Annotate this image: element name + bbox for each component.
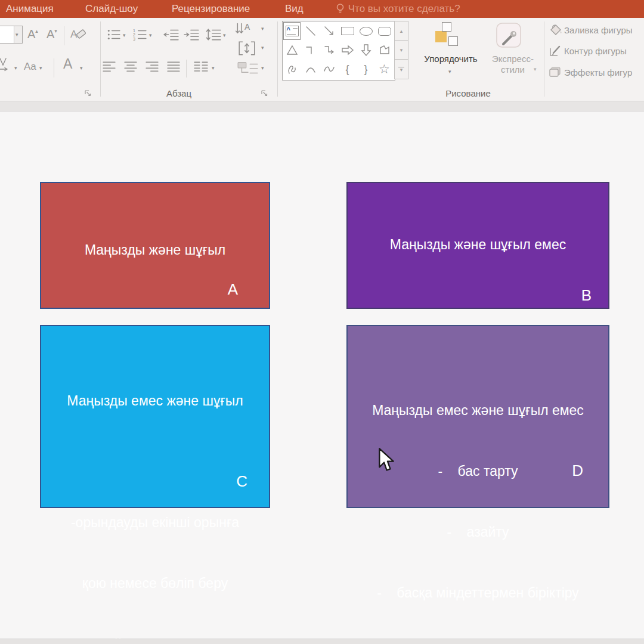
box-c-letter: C [236, 473, 247, 489]
shape-effects-button[interactable]: Эффекты фигур [564, 67, 632, 78]
shape-left-brace[interactable]: { [338, 60, 357, 79]
align-text-dropdown-icon[interactable]: ▾ [261, 45, 264, 51]
grow-font-button[interactable]: A▴ [27, 27, 38, 41]
box-d-letter: D [572, 463, 583, 478]
convert-to-smartart-button[interactable] [237, 60, 259, 77]
shape-effects-icon [548, 66, 562, 79]
font-size-combo[interactable]: ▾ [0, 26, 23, 44]
tab-view[interactable]: Вид [285, 0, 304, 18]
mouse-cursor [377, 448, 396, 474]
paint-bucket-icon [549, 23, 562, 36]
tab-review[interactable]: Рецензирование [172, 0, 250, 18]
box-d-bullet3: - басқа міндеттермен біріктіру [348, 583, 608, 603]
align-center-button[interactable] [124, 61, 137, 73]
shape-outline-button[interactable]: Контур фигуры [564, 46, 627, 56]
tell-me-box[interactable]: Что вы хотите сделать? [335, 0, 460, 18]
font-size-dropdown-icon[interactable]: ▾ [14, 26, 22, 43]
text-direction-dropdown-icon[interactable]: ▾ [261, 26, 264, 32]
line-icon [305, 25, 317, 37]
scribble-icon [286, 63, 298, 75]
numbering-dropdown-icon[interactable]: ▾ [149, 33, 152, 38]
convert-to-smartart-dropdown-icon[interactable]: ▾ [261, 66, 264, 71]
text-direction-button[interactable]: A [234, 21, 255, 38]
elbow-arrow-connector-icon [323, 44, 335, 56]
shape-fill-button[interactable]: Заливка фигуры [564, 25, 633, 35]
font-color-dropdown-icon[interactable]: ▾ [80, 66, 83, 71]
shape-text-box[interactable]: A [283, 21, 301, 41]
font-dialog-launcher[interactable] [84, 89, 92, 97]
character-spacing-dropdown-icon[interactable]: ▾ [14, 66, 17, 71]
shape-triangle[interactable] [283, 41, 301, 60]
quadrant-box-b[interactable]: Маңызды және шұғыл емес - тұрақты айналы… [346, 182, 609, 309]
align-text-button[interactable] [237, 40, 256, 57]
tab-slideshow[interactable]: Слайд-шоу [85, 0, 138, 18]
decrease-indent-button[interactable] [163, 28, 179, 41]
box-c-title: Маңызды емес және шұғыл [41, 391, 269, 411]
shape-right-arrow[interactable] [338, 41, 357, 60]
quick-styles-button-line2[interactable]: стили [484, 64, 541, 75]
shape-rounded-rectangle[interactable] [375, 21, 394, 41]
bullets-dropdown-icon[interactable]: ▾ [123, 33, 126, 38]
curve-icon [323, 63, 335, 75]
paragraph-group-label: Абзац [149, 88, 209, 98]
rectangle-icon [341, 27, 354, 35]
freeform-icon [379, 44, 391, 56]
shrink-font-button[interactable]: A▾ [47, 27, 57, 41]
shape-oval[interactable] [357, 21, 375, 41]
line-spacing-dropdown-icon[interactable]: ▾ [223, 33, 226, 38]
bullets-button[interactable] [107, 28, 121, 41]
arrange-dropdown-icon[interactable]: ▾ [448, 69, 451, 75]
quadrant-box-c[interactable]: Маңызды емес және шұғыл -орындауды екінш… [40, 325, 270, 508]
shape-line[interactable] [301, 21, 320, 41]
gallery-scroll-down-button[interactable]: ▾ [394, 40, 408, 60]
font-color-button[interactable]: A [63, 56, 72, 72]
shape-arrow[interactable] [320, 21, 338, 41]
quick-styles-button[interactable]: Экспресс- [484, 54, 541, 64]
character-spacing-button[interactable] [0, 57, 11, 73]
align-left-button[interactable] [103, 61, 116, 73]
arrange-button[interactable]: Упорядочить [417, 54, 484, 64]
change-case-button[interactable]: Aa [24, 61, 36, 73]
increase-indent-button[interactable] [184, 28, 199, 41]
shape-elbow-connector[interactable] [301, 41, 320, 60]
box-d-title: Маңызды емес және шұғыл емес [348, 400, 608, 420]
tab-animation[interactable]: Анимация [6, 0, 54, 18]
shape-right-brace[interactable]: } [357, 60, 375, 79]
down-arrow-icon [360, 44, 372, 57]
elbow-connector-icon [305, 44, 317, 56]
right-brace-icon: } [364, 63, 367, 76]
shape-down-arrow[interactable] [357, 41, 375, 60]
box-c-line2: қою немесе бөліп беру [41, 573, 269, 593]
box-b-title: Маңызды және шұғыл емес [348, 234, 608, 255]
paragraph-dialog-launcher[interactable] [261, 89, 268, 97]
gallery-more-button[interactable]: ▾ [394, 59, 408, 79]
columns-dropdown-icon[interactable]: ▾ [212, 66, 215, 71]
shapes-gallery: A [282, 21, 395, 80]
align-right-button[interactable] [145, 61, 159, 73]
shape-arc[interactable] [301, 60, 320, 79]
quick-styles-dropdown-icon[interactable]: ▾ [534, 67, 537, 72]
box-d-bullet2: - азайту [348, 522, 608, 542]
quadrant-box-d[interactable]: Маңызды емес және шұғыл емес - бас тарту… [346, 325, 609, 508]
shape-rectangle[interactable] [338, 21, 357, 41]
columns-button[interactable] [194, 61, 208, 73]
tell-me-label: Что вы хотите сделать? [348, 3, 460, 14]
clear-formatting-button[interactable]: A [70, 26, 87, 42]
change-case-dropdown-icon[interactable]: ▾ [39, 66, 42, 71]
shape-star[interactable]: ☆ [375, 60, 394, 79]
ribbon-tab-bar: Анимация Слайд-шоу Рецензирование Вид Чт… [0, 0, 644, 18]
shape-freeform[interactable] [375, 41, 394, 60]
gallery-scroll-up-button[interactable]: ▴ [394, 21, 408, 41]
numbering-button[interactable]: 1 2 3 [133, 28, 147, 41]
justify-button[interactable] [167, 61, 180, 73]
line-spacing-button[interactable] [206, 28, 221, 41]
quadrant-box-a[interactable]: Маңызды және шұғыл - мүмкіндігінше тез о… [40, 182, 270, 309]
svg-text:3: 3 [133, 37, 135, 41]
shape-elbow-arrow-connector[interactable] [320, 41, 338, 60]
shape-curve[interactable] [320, 60, 338, 79]
rounded-rectangle-icon [378, 27, 391, 36]
shapes-gallery-scrollbar: ▴ ▾ ▾ [394, 21, 408, 79]
quick-styles-icon [495, 21, 522, 51]
box-b-letter: B [581, 287, 592, 303]
shape-scribble[interactable] [283, 60, 301, 79]
